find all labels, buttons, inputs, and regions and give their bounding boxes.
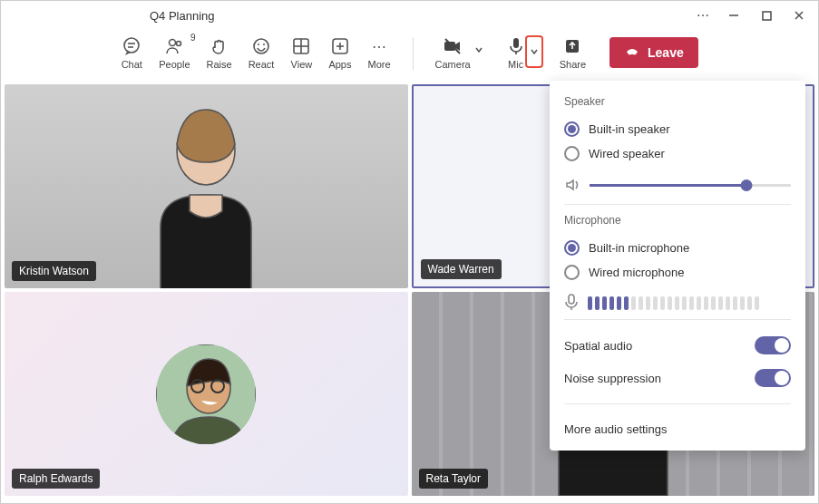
mic-header: Microphone [564,214,791,227]
more-icon: ⋯ [368,35,390,57]
radio-icon [564,265,580,280]
apps-label: Apps [328,59,351,70]
toolbar-divider [413,37,414,70]
spatial-audio-toggle[interactable] [755,336,791,354]
mic-icon [505,35,527,57]
people-icon [163,35,185,57]
participant-tile[interactable]: Kristin Watson [5,84,408,288]
raise-label: Raise [207,59,232,70]
react-label: React [249,59,275,70]
name-badge: Reta Taylor [419,469,488,489]
title-bar: Q4 Planning ⋯ [1,1,818,30]
more-button[interactable]: ⋯ More [367,35,390,70]
more-label: More [367,59,390,70]
radio-selected-icon [564,121,580,137]
apps-button[interactable]: Apps [328,35,351,70]
divider [564,204,791,205]
volume-slider[interactable] [590,184,791,187]
chat-label: Chat [122,59,142,70]
people-label: People [159,59,190,70]
maximize-button[interactable] [751,3,782,28]
phone-icon [624,44,640,61]
participant-figure [133,101,278,288]
noise-suppression-toggle[interactable] [755,369,791,387]
noise-suppression-row: Noise suppression [564,362,791,394]
spatial-audio-label: Spatial audio [564,339,632,353]
camera-button[interactable]: Camera [435,35,471,70]
mic-level-icon [564,294,579,310]
volume-icon [564,177,580,193]
speaker-option-label: Built-in speaker [589,122,670,136]
mic-button[interactable]: Mic [505,35,527,70]
audio-settings-popup: Speaker Built-in speaker Wired speaker M… [550,81,805,451]
grid-icon [290,35,312,57]
camera-label: Camera [435,59,471,70]
people-count: 9 [190,33,196,43]
svg-rect-20 [513,38,519,48]
apps-icon [329,35,351,57]
radio-icon [564,146,580,161]
view-label: View [291,59,313,70]
avatar [156,344,256,444]
divider [564,319,791,320]
window-title: Q4 Planning [150,9,215,23]
meeting-toolbar: Chat 9 People Raise React View Apps ⋯ Mo… [1,30,818,81]
leave-label: Leave [648,45,684,60]
react-button[interactable]: React [249,35,275,70]
svg-point-10 [258,44,259,45]
mic-label: Mic [508,59,523,70]
svg-point-11 [263,44,265,45]
camera-chevron[interactable] [469,37,489,63]
minimize-button[interactable] [718,3,749,28]
view-button[interactable]: View [290,35,312,70]
speaker-option-wired[interactable]: Wired speaker [564,141,791,166]
name-badge: Wade Warren [421,259,502,279]
camera-off-icon [442,35,463,57]
svg-rect-1 [763,12,771,20]
close-button[interactable] [784,3,814,28]
chat-icon [121,35,142,57]
hand-icon [209,35,230,57]
mic-level-bars [588,294,759,310]
participant-tile[interactable]: Ralph Edwards [5,292,408,496]
speaker-option-builtin[interactable]: Built-in speaker [564,117,791,141]
mic-level-row [564,294,791,310]
noise-suppression-label: Noise suppression [564,372,661,385]
share-icon [561,35,583,57]
divider [564,403,791,404]
radio-selected-icon [564,240,580,256]
chat-button[interactable]: Chat [121,35,142,70]
mic-option-wired[interactable]: Wired microphone [564,260,791,285]
share-button[interactable]: Share [560,35,586,70]
raise-hand-button[interactable]: Raise [207,35,232,70]
emoji-icon [250,35,272,57]
mic-option-label: Built-in microphone [589,241,689,255]
spatial-audio-row: Spatial audio [564,329,791,362]
svg-point-7 [170,40,176,46]
people-button[interactable]: 9 People [159,35,190,70]
more-audio-settings-link[interactable]: More audio settings [564,413,791,436]
volume-row [564,177,791,193]
leave-button[interactable]: Leave [609,37,698,68]
mic-option-label: Wired microphone [589,266,685,279]
svg-rect-29 [569,295,574,304]
name-badge: Kristin Watson [12,261,96,281]
mic-option-builtin[interactable]: Built-in microphone [564,236,791,260]
speaker-option-label: Wired speaker [589,147,665,160]
name-badge: Ralph Edwards [12,469,100,489]
speaker-header: Speaker [564,95,791,108]
more-options-icon[interactable]: ⋯ [691,3,717,28]
svg-point-4 [124,38,139,53]
share-label: Share [560,59,586,70]
svg-point-8 [177,42,181,46]
mic-chevron[interactable] [525,35,543,68]
